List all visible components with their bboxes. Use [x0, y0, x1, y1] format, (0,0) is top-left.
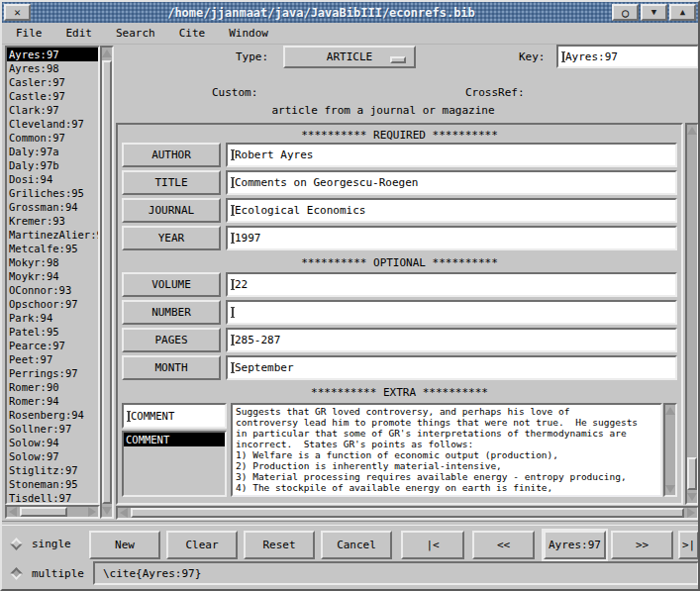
reference-list-item[interactable]: Perrings:97: [7, 366, 98, 380]
reference-list-item[interactable]: Solow:97: [7, 449, 98, 463]
reference-list-item[interactable]: Pearce:97: [7, 339, 98, 352]
field-label-button[interactable]: NUMBER: [122, 300, 221, 325]
window-menu-button[interactable]: ○: [612, 4, 639, 21]
scroll-up-icon[interactable]: [687, 126, 697, 136]
reference-list-item[interactable]: Solow:94: [7, 436, 98, 449]
sidebar-vertical-scrollbar[interactable]: [100, 46, 114, 519]
field-input[interactable]: [226, 300, 677, 325]
field-row: YEAR 1997: [122, 226, 677, 250]
reference-list-item[interactable]: Kremer:93: [7, 214, 98, 228]
reference-list-item[interactable]: Park:94: [7, 311, 98, 325]
form-vertical-scrollbar-thumb[interactable]: [687, 457, 697, 490]
reference-list-item[interactable]: Mokyr:98: [7, 255, 98, 269]
reference-list-item[interactable]: MartinezAlier:97: [7, 228, 98, 242]
comment-textarea[interactable]: Suggests that GR loved controversy, and …: [231, 403, 662, 497]
menu-item-window[interactable]: Window: [227, 25, 270, 42]
reference-list-item[interactable]: Metcalfe:95: [7, 242, 98, 255]
reference-list-item[interactable]: Patel:95: [7, 325, 98, 339]
reference-list-item[interactable]: Castle:97: [7, 89, 98, 103]
field-label-button[interactable]: AUTHOR: [122, 143, 221, 167]
menu-item-file[interactable]: File: [14, 25, 45, 42]
nav-last-button[interactable]: >|: [678, 531, 699, 559]
tag-list[interactable]: COMMENT: [122, 431, 227, 497]
tag-list-item[interactable]: COMMENT: [124, 433, 225, 446]
scroll-right-icon[interactable]: [686, 508, 696, 518]
reference-list[interactable]: Ayres:97 Ayres:98 Casler:97 Castle:97 Cl…: [5, 46, 100, 505]
field-input[interactable]: 22: [226, 272, 677, 297]
reference-list-item[interactable]: OConnor:93: [7, 283, 98, 297]
reference-list-item[interactable]: Romer:90: [7, 380, 98, 394]
reference-list-item[interactable]: Dosi:94: [7, 172, 98, 186]
reference-list-item[interactable]: Opschoor:97: [7, 297, 98, 311]
field-label-button[interactable]: PAGES: [122, 328, 221, 352]
menu-item-edit[interactable]: Edit: [64, 25, 95, 42]
comment-scrollbar[interactable]: [663, 403, 677, 497]
new-button[interactable]: New: [89, 531, 160, 559]
scroll-left-icon[interactable]: [8, 507, 18, 517]
field-input[interactable]: September: [226, 355, 677, 380]
entry-form-panel: ********** REQUIRED ********** AUTHOR Ro…: [116, 123, 683, 505]
reference-list-item[interactable]: Romer:94: [7, 394, 98, 408]
form-horizontal-scrollbar-thumb[interactable]: [131, 508, 684, 518]
mode-radio-single[interactable]: single: [12, 536, 71, 551]
reference-list-item[interactable]: Ayres:98: [7, 61, 98, 75]
mode-radio-multiple[interactable]: multiple: [12, 565, 84, 581]
reference-list-item[interactable]: Daly:97b: [7, 158, 98, 172]
field-label-button[interactable]: TITLE: [122, 170, 221, 195]
reference-list-item[interactable]: Ayres:97: [7, 48, 98, 61]
scroll-right-icon[interactable]: [87, 507, 97, 517]
reference-list-item[interactable]: Grossman:94: [7, 200, 98, 214]
reset-button[interactable]: Reset: [244, 531, 315, 559]
reference-list-item[interactable]: Stiglitz:97: [7, 463, 98, 477]
sidebar-horizontal-scrollbar[interactable]: [5, 505, 100, 519]
reference-list-item[interactable]: Rosenberg:94: [7, 408, 98, 422]
reference-list-item[interactable]: Common:97: [7, 131, 98, 145]
reference-list-item[interactable]: Stoneman:95: [7, 477, 98, 491]
field-label-button[interactable]: YEAR: [122, 226, 221, 250]
nav-first-button[interactable]: |<: [401, 531, 464, 559]
field-input[interactable]: Comments on Georgescu-Roegen: [226, 170, 677, 195]
reference-list-item[interactable]: Moykr:94: [7, 269, 98, 283]
reference-list-item[interactable]: Daly:97a: [7, 145, 98, 158]
clear-button[interactable]: Clear: [166, 531, 238, 559]
reference-list-item[interactable]: Clark:97: [7, 103, 98, 117]
field-input[interactable]: 1997: [226, 226, 677, 250]
menu-item-search[interactable]: Search: [114, 25, 157, 42]
field-input[interactable]: 285-287: [226, 328, 677, 352]
key-input[interactable]: Ayres:97: [556, 45, 699, 68]
type-dropdown[interactable]: ARTICLE: [283, 46, 416, 68]
reference-list-item[interactable]: Peet:97: [7, 352, 98, 366]
nav-prev-button[interactable]: <<: [472, 531, 535, 559]
scroll-down-icon[interactable]: [102, 506, 112, 516]
cancel-button[interactable]: Cancel: [321, 531, 392, 559]
reference-list-item[interactable]: Griliches:95: [7, 186, 98, 200]
field-label-button[interactable]: JOURNAL: [122, 198, 221, 223]
reference-list-item[interactable]: Tisdell:97: [7, 491, 98, 505]
cite-field[interactable]: \cite{Ayres:97}: [93, 561, 699, 585]
field-label-button[interactable]: VOLUME: [122, 272, 221, 297]
titlebar[interactable]: ✕ /home/jjanmaat/java/JavaBibIII/econref…: [2, 2, 698, 23]
iconify-button[interactable]: ▼: [641, 4, 667, 21]
scroll-down-icon[interactable]: [687, 492, 697, 502]
scroll-up-icon[interactable]: [102, 49, 112, 58]
scroll-up-icon[interactable]: [665, 406, 675, 416]
scroll-left-icon[interactable]: [119, 508, 129, 518]
key-label: Key:: [519, 50, 546, 63]
maximize-button[interactable]: ▲: [669, 4, 696, 21]
close-button[interactable]: ✕: [4, 4, 31, 21]
sidebar-vertical-scrollbar-thumb[interactable]: [102, 60, 112, 504]
menu-item-cite[interactable]: Cite: [177, 25, 208, 42]
nav-current-entry-button[interactable]: Ayres:97: [544, 531, 606, 559]
reference-list-item[interactable]: Casler:97: [7, 75, 98, 89]
field-input[interactable]: Robert Ayres: [226, 143, 677, 167]
nav-next-button[interactable]: >>: [611, 531, 673, 559]
field-input[interactable]: Ecological Economics: [226, 198, 677, 223]
reference-list-item[interactable]: Cleveland:97: [7, 117, 98, 131]
tag-input[interactable]: COMMENT: [122, 403, 227, 429]
form-vertical-scrollbar[interactable]: [685, 123, 699, 505]
scroll-down-icon[interactable]: [665, 484, 675, 494]
field-label-button[interactable]: MONTH: [122, 355, 221, 380]
reference-list-item[interactable]: Sollner:97: [7, 422, 98, 436]
sidebar-horizontal-scrollbar-thumb[interactable]: [20, 507, 67, 517]
form-horizontal-scrollbar[interactable]: [116, 506, 699, 520]
